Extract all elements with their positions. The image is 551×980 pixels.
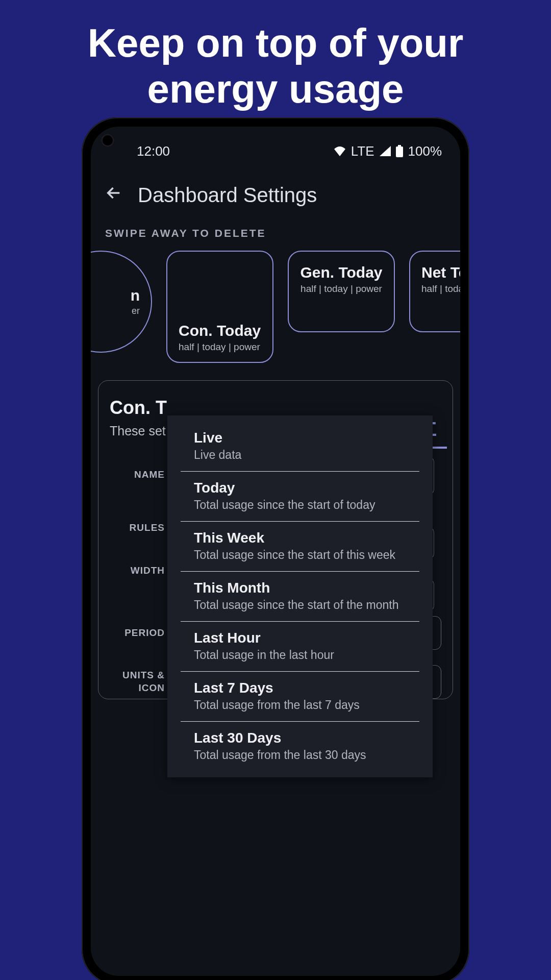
rules-label: RULES (110, 522, 165, 533)
menu-item-this-month[interactable]: This Month Total usage since the start o… (181, 572, 419, 622)
menu-item-this-week[interactable]: This Week Total usage since the start of… (181, 522, 419, 572)
units-label: UNITS & ICON (110, 669, 165, 694)
menu-item-last-7-days[interactable]: Last 7 Days Total usage from the last 7 … (181, 672, 419, 722)
widget-card-net[interactable]: Net Too half | today | (409, 251, 460, 332)
svg-rect-0 (396, 146, 403, 157)
menu-item-last-30-days[interactable]: Last 30 Days Total usage from the last 3… (181, 722, 419, 771)
wifi-icon (334, 146, 346, 156)
camera-cutout (101, 134, 114, 147)
period-label: PERIOD (110, 627, 165, 639)
menu-item-last-hour[interactable]: Last Hour Total usage in the last hour (181, 622, 419, 672)
widget-cards-row[interactable]: n er Con. Today half | today | power Gen… (91, 251, 460, 363)
menu-item-live[interactable]: Live Live data (181, 422, 419, 472)
widget-card-gen-today[interactable]: Gen. Today half | today | power (288, 251, 395, 332)
svg-rect-1 (398, 145, 401, 147)
promo-headline: Keep on top of yourenergy usage (0, 0, 551, 112)
phone-frame: 12:00 LTE 100% Dashboard Settings (82, 117, 469, 980)
phone-screen: 12:00 LTE 100% Dashboard Settings (91, 127, 460, 976)
battery-icon (396, 145, 403, 157)
cell-signal-icon (380, 146, 391, 156)
back-arrow-icon[interactable] (105, 184, 122, 206)
network-label: LTE (351, 143, 374, 159)
widget-card[interactable]: n er (91, 251, 152, 353)
width-label: WIDTH (110, 565, 165, 576)
status-bar: 12:00 LTE 100% (91, 127, 460, 163)
name-label: NAME (110, 469, 165, 480)
page-title: Dashboard Settings (138, 184, 317, 207)
menu-item-today[interactable]: Today Total usage since the start of tod… (181, 472, 419, 522)
battery-percent: 100% (408, 143, 442, 159)
app-header: Dashboard Settings (91, 163, 460, 222)
swipe-hint: SWIPE AWAY TO DELETE (91, 222, 460, 251)
period-dropdown-menu: Live Live data Today Total usage since t… (167, 415, 433, 777)
widget-card-con-today[interactable]: Con. Today half | today | power (166, 251, 273, 363)
status-time: 12:00 (137, 143, 170, 159)
